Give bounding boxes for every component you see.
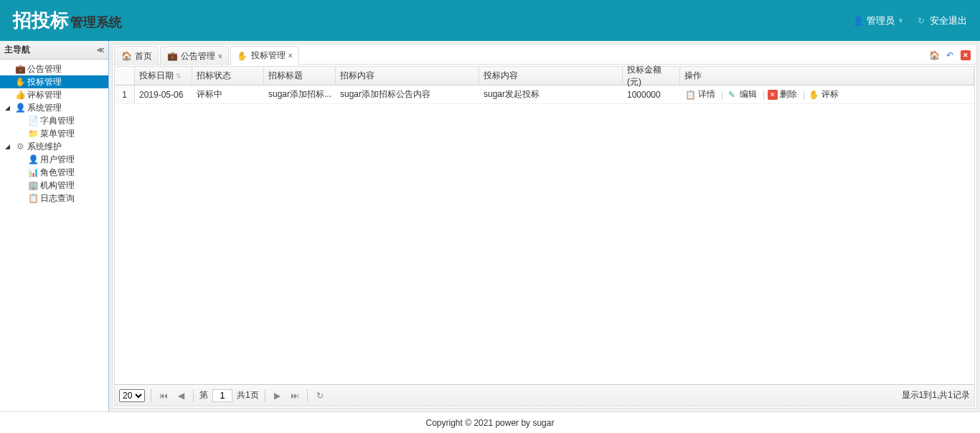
sidebar-item-投标管理[interactable]: ✋投标管理 — [0, 75, 108, 88]
nav-tree: 💼公告管理✋投标管理👍评标管理◢👤系统管理📄字典管理📁菜单管理◢⚙系统维护👤用户… — [0, 60, 108, 208]
gear-icon: ⚙ — [14, 141, 26, 152]
op-label: 详情 — [698, 88, 715, 101]
back-icon: ↶ — [944, 50, 956, 61]
header-right: 👤 管理员 ▼ ↻ 安全退出 — [852, 14, 967, 27]
footer-text: Copyright © 2021 power by sugar — [426, 418, 555, 428]
tab-close-icon[interactable]: × — [218, 52, 222, 60]
delete-icon: ✕ — [768, 90, 778, 100]
next-page-button[interactable]: ▶ — [271, 389, 284, 402]
sidebar-item-机构管理[interactable]: 🏢机构管理 — [0, 179, 108, 192]
close-icon: ✕ — [961, 50, 971, 60]
cell-ops: 📋详情|✎编辑|✕删除|✋评标 — [680, 85, 974, 103]
sidebar-item-label: 日志查询 — [40, 192, 75, 205]
logout-label: 安全退出 — [930, 14, 967, 27]
expand-icon[interactable]: ◢ — [3, 143, 11, 150]
sidebar: 主导航 ≪ 💼公告管理✋投标管理👍评标管理◢👤系统管理📄字典管理📁菜单管理◢⚙系… — [0, 41, 109, 411]
op-label: 编辑 — [740, 88, 757, 101]
app-header: 招投标 管理系统 👤 管理员 ▼ ↻ 安全退出 — [0, 0, 980, 41]
sidebar-item-字典管理[interactable]: 📄字典管理 — [0, 114, 108, 127]
userhead-icon: 👤 — [27, 154, 39, 165]
sidebar-item-角色管理[interactable]: 📊角色管理 — [0, 166, 108, 179]
logout-icon: ↻ — [915, 15, 927, 27]
grid-header: 投标日期 招标状态 招标标题 招标内容 投标内容 投标金额(元) 操作 — [115, 67, 974, 85]
tab-close-icon[interactable]: × — [288, 52, 293, 60]
content-inner: 🏠首页💼公告管理×✋投标管理× 🏠 ↶ ✕ 投标日期 招标状态 招标标题 招标内… — [112, 44, 977, 409]
op-review-button[interactable]: ✋评标 — [808, 88, 839, 101]
page-number-input[interactable] — [212, 389, 232, 402]
userhead-icon: 👤 — [14, 102, 26, 113]
op-delete-button[interactable]: ✕删除 — [768, 88, 797, 101]
last-page-button[interactable]: ⏭ — [288, 389, 301, 402]
logo: 招投标 管理系统 — [13, 8, 122, 33]
tabs-tools: 🏠 ↶ ✕ — [928, 49, 975, 62]
col-bid[interactable]: 投标内容 — [479, 67, 623, 85]
col-rownum — [115, 67, 135, 85]
prev-page-button[interactable]: ◀ — [174, 389, 187, 402]
user-icon: 👤 — [852, 15, 864, 27]
sidebar-item-菜单管理[interactable]: 📁菜单管理 — [0, 127, 108, 140]
close-all-button[interactable]: ✕ — [959, 49, 972, 62]
page-size-select[interactable]: 20 — [119, 389, 145, 402]
briefcase-icon: 💼 — [14, 63, 26, 75]
data-grid: 投标日期 招标状态 招标标题 招标内容 投标内容 投标金额(元) 操作 1201… — [114, 66, 975, 406]
sidebar-item-label: 角色管理 — [40, 167, 75, 179]
col-amount[interactable]: 投标金额(元) — [623, 67, 680, 85]
logo-sub: 管理系统 — [70, 14, 122, 31]
cell-date: 2019-05-06 — [135, 85, 192, 103]
user-label: 管理员 — [867, 14, 895, 27]
op-label: 评标 — [821, 88, 839, 101]
thumb-icon: 👍 — [14, 89, 26, 101]
sidebar-item-日志查询[interactable]: 📋日志查询 — [0, 192, 108, 205]
tabs-row: 🏠首页💼公告管理×✋投标管理× 🏠 ↶ ✕ — [113, 45, 976, 65]
cell-bid: sugar发起投标 — [479, 85, 623, 103]
col-content[interactable]: 招标内容 — [336, 67, 479, 85]
content-area: 🏠首页💼公告管理×✋投标管理× 🏠 ↶ ✕ 投标日期 招标状态 招标标题 招标内… — [109, 41, 980, 411]
cell-title: sugar添加招标... — [264, 85, 336, 103]
sidebar-item-label: 字典管理 — [40, 115, 75, 127]
table-row[interactable]: 12019-05-06评标中sugar添加招标...sugar添加招标公告内容s… — [115, 85, 974, 104]
home-icon: 🏠 — [928, 50, 940, 61]
cell-amount: 1000000 — [623, 85, 680, 103]
op-edit-button[interactable]: ✎编辑 — [726, 88, 757, 101]
briefcase-icon: 💼 — [166, 50, 178, 62]
roles-icon: 📊 — [27, 167, 39, 178]
logo-main: 招投标 — [13, 8, 69, 33]
review-icon: ✋ — [808, 89, 819, 101]
back-button[interactable]: ↶ — [943, 49, 956, 62]
org-icon: 🏢 — [27, 180, 39, 191]
sidebar-title: 主导航 — [4, 44, 30, 56]
sidebar-item-公告管理[interactable]: 💼公告管理 — [0, 62, 108, 75]
user-menu[interactable]: 👤 管理员 ▼ — [852, 14, 904, 27]
col-ops[interactable]: 操作 — [680, 67, 974, 85]
col-date[interactable]: 投标日期 — [135, 67, 192, 85]
col-status[interactable]: 招标状态 — [192, 67, 264, 85]
pager: 20 ⏮ ◀ 第 共1页 ▶ ⏭ ↻ 显示1到1,共1记录 — [115, 384, 974, 406]
op-label: 删除 — [780, 88, 797, 101]
sidebar-item-用户管理[interactable]: 👤用户管理 — [0, 153, 108, 166]
tab-首页[interactable]: 🏠首页 — [114, 46, 159, 65]
op-detail-button[interactable]: 📋详情 — [684, 88, 715, 101]
tab-label: 公告管理 — [181, 50, 215, 62]
sidebar-item-评标管理[interactable]: 👍评标管理 — [0, 88, 108, 101]
page-prefix: 第 — [199, 389, 208, 401]
collapse-icon[interactable]: ≪ — [97, 46, 104, 54]
tab-label: 首页 — [135, 50, 152, 62]
first-page-button[interactable]: ⏮ — [157, 389, 170, 402]
main: 主导航 ≪ 💼公告管理✋投标管理👍评标管理◢👤系统管理📄字典管理📁菜单管理◢⚙系… — [0, 41, 980, 411]
sidebar-item-label: 投标管理 — [27, 76, 62, 88]
sidebar-item-系统管理[interactable]: ◢👤系统管理 — [0, 101, 108, 114]
logout-button[interactable]: ↻ 安全退出 — [915, 14, 967, 27]
home-button[interactable]: 🏠 — [928, 49, 941, 62]
sidebar-item-系统维护[interactable]: ◢⚙系统维护 — [0, 140, 108, 153]
tab-投标管理[interactable]: ✋投标管理× — [230, 46, 299, 65]
separator: | — [721, 90, 723, 100]
edit-icon: ✎ — [726, 89, 738, 101]
refresh-button[interactable]: ↻ — [314, 389, 326, 402]
col-title[interactable]: 招标标题 — [264, 67, 336, 85]
home-icon: 🏠 — [121, 50, 132, 62]
grid-body: 12019-05-06评标中sugar添加招标...sugar添加招标公告内容s… — [115, 85, 974, 384]
sidebar-item-label: 系统维护 — [27, 141, 62, 153]
expand-icon[interactable]: ◢ — [3, 104, 11, 111]
hand-icon: ✋ — [237, 50, 248, 62]
tab-公告管理[interactable]: 💼公告管理× — [160, 46, 229, 65]
